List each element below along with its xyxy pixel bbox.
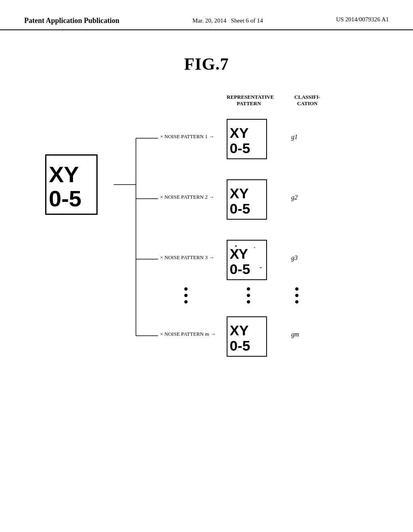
svg-text:XY: XY (229, 125, 248, 141)
svg-rect-22 (246, 261, 247, 262)
representative-pattern-1-image: XY 0-5 (229, 121, 265, 157)
noise-pattern-m-label: × NOISE PATTERN m → (160, 331, 216, 337)
representative-pattern-3-image: XY 0-5 (229, 242, 265, 278)
svg-text:0-5: 0-5 (49, 186, 81, 211)
page-header: Patent Application Publication Mar. 20, … (0, 0, 413, 30)
svg-text:XY: XY (229, 246, 248, 262)
classification-1: g1 (291, 133, 298, 141)
representative-pattern-1-box: XY 0-5 (227, 119, 267, 159)
dot-4 (247, 287, 250, 291)
representative-pattern-m-image: XY 0-5 (229, 319, 265, 354)
representative-pattern-m-box: XY 0-5 (227, 316, 267, 357)
svg-text:XY: XY (49, 162, 79, 187)
original-image-box: XY 0-5 (45, 154, 98, 215)
publication-title: Patent Application Publication (24, 16, 119, 25)
representative-pattern-2-box: XY 0-5 (227, 179, 267, 220)
dot-5 (247, 294, 250, 297)
svg-rect-19 (254, 247, 255, 248)
dot-6 (247, 300, 250, 303)
noise-pattern-1-label: × NOISE PATTERN 1 → (160, 133, 214, 140)
diagram-area: REPRESENTATIVEPATTERN CLASSIFI-CATION XY… (33, 90, 380, 396)
col-header-classification: CLASSIFI-CATION (291, 94, 323, 106)
dots-classification-col (295, 287, 298, 303)
figure-title: FIG.7 (184, 54, 229, 74)
dot-9 (295, 300, 298, 303)
svg-rect-20 (232, 265, 233, 266)
svg-rect-23 (250, 251, 251, 252)
dots-pattern-col (247, 287, 250, 303)
classification-m: gm (291, 331, 299, 338)
svg-rect-18 (235, 245, 237, 247)
dot-7 (295, 287, 298, 291)
noise-pattern-2-label: × NOISE PATTERN 2 → (160, 194, 214, 200)
dots-original-branch (184, 287, 188, 303)
classification-2: g2 (291, 194, 298, 201)
svg-text:XY: XY (229, 322, 248, 338)
dot-2 (184, 294, 188, 297)
dot-1 (184, 287, 188, 291)
noise-pattern-3-label: × NOISE PATTERN 3 → (160, 254, 214, 261)
page-container: Patent Application Publication Mar. 20, … (0, 0, 413, 396)
classification-3: g3 (291, 254, 298, 262)
svg-text:XY: XY (229, 185, 248, 201)
representative-pattern-3-box: XY 0-5 (227, 240, 267, 280)
col-header-representative: REPRESENTATIVEPATTERN (227, 94, 271, 106)
original-xy-image: XY 0-5 (47, 156, 96, 213)
svg-text:0-5: 0-5 (229, 262, 250, 277)
svg-text:0-5: 0-5 (229, 338, 250, 354)
main-content: FIG.7 REPRESENTATIVEPATTERN (0, 30, 413, 396)
dot-3 (184, 300, 188, 303)
publication-number: US 2014/0079326 A1 (336, 16, 389, 23)
svg-text:0-5: 0-5 (229, 201, 250, 217)
svg-text:0-5: 0-5 (229, 141, 250, 156)
dot-8 (295, 294, 298, 297)
svg-rect-21 (260, 267, 261, 268)
representative-pattern-2-image: XY 0-5 (229, 182, 265, 217)
publication-date-sheet: Mar. 20, 2014 Sheet 6 of 14 (192, 16, 263, 25)
